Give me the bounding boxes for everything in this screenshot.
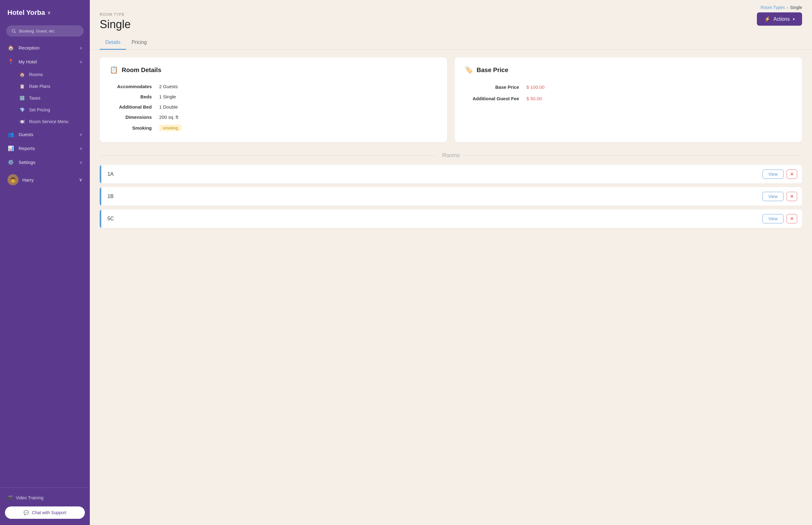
page-header: ROOM TYPE Single ⚡ Actions ▾ bbox=[90, 12, 812, 36]
sidebar-item-label: Reports bbox=[18, 146, 79, 151]
chat-support-label: Chat with Support bbox=[32, 510, 66, 515]
user-item[interactable]: 👨 Harry ∨ bbox=[0, 171, 90, 189]
main-content: Room Types › Single ROOM TYPE Single ⚡ A… bbox=[90, 0, 812, 525]
actions-button[interactable]: ⚡ Actions ▾ bbox=[757, 12, 802, 26]
search-bar[interactable]: Booking, Guest, etc. bbox=[6, 25, 84, 36]
actions-button-label: Actions bbox=[773, 16, 790, 22]
page-title-group: ROOM TYPE Single bbox=[100, 12, 131, 31]
settings-icon: ⚙️ bbox=[8, 159, 14, 165]
room-row: 1A View ✕ bbox=[100, 165, 802, 183]
content-area: 📋 Room Details Accommodates 2 Guests Bed… bbox=[90, 57, 812, 525]
room-row: 1B View ✕ bbox=[100, 187, 802, 206]
detail-label: Beds bbox=[110, 94, 159, 99]
sidebar-item-taxes[interactable]: 🔢 Taxes bbox=[0, 92, 90, 104]
room-delete-button[interactable]: ✕ bbox=[787, 192, 797, 201]
sidebar-item-rooms[interactable]: 🏠 Rooms bbox=[0, 69, 90, 80]
room-row-actions: View ✕ bbox=[763, 192, 802, 201]
user-name: Harry bbox=[22, 177, 34, 182]
svg-line-1 bbox=[15, 32, 16, 33]
rooms-section-title: Rooms bbox=[442, 152, 460, 159]
detail-value: 1 Single bbox=[159, 94, 176, 99]
reception-chevron-icon: ∨ bbox=[79, 46, 82, 50]
sidebar-item-label: Guests bbox=[18, 132, 79, 137]
smoking-badge: smoking bbox=[159, 125, 182, 131]
sidebar-item-label: Settings bbox=[18, 160, 79, 165]
hotel-chevron-icon: ∨ bbox=[47, 10, 50, 15]
video-training-button[interactable]: 🎬 Video Training bbox=[0, 492, 90, 504]
clipboard-icon: 📋 bbox=[110, 66, 118, 74]
room-row-actions: View ✕ bbox=[763, 214, 802, 223]
actions-caret-icon: ▾ bbox=[793, 17, 795, 21]
sidebar-item-rate-plans[interactable]: 📋 Rate Plans bbox=[0, 80, 90, 92]
sidebar-header: Hotel Yorba ∨ bbox=[0, 0, 90, 22]
sidebar-sub-label: Room Service Menu bbox=[29, 119, 69, 124]
section-divider: Rooms bbox=[100, 152, 802, 159]
tab-pricing[interactable]: Pricing bbox=[126, 36, 153, 50]
room-details-title: 📋 Room Details bbox=[110, 66, 437, 74]
room-row: 5C View ✕ bbox=[100, 209, 802, 228]
room-service-icon: 🍽️ bbox=[18, 119, 25, 124]
detail-row-additional-bed: Additional Bed 1 Double bbox=[110, 102, 437, 112]
sidebar-item-set-pricing[interactable]: 💎 Set Pricing bbox=[0, 104, 90, 116]
detail-row-dimensions: Dimensions 200 sq. ft bbox=[110, 112, 437, 122]
room-row-label: 1A bbox=[101, 166, 763, 182]
breadcrumb-current: Single bbox=[790, 5, 802, 10]
room-type-label: ROOM TYPE bbox=[100, 12, 131, 17]
detail-value: 200 sq. ft bbox=[159, 115, 178, 120]
detail-label: Dimensions bbox=[110, 115, 159, 120]
my-hotel-icon: 📍 bbox=[8, 59, 14, 65]
set-pricing-icon: 💎 bbox=[18, 107, 25, 112]
detail-label: Accommodates bbox=[110, 84, 159, 89]
room-row-label: 5C bbox=[101, 210, 763, 227]
sidebar-item-room-service-menu[interactable]: 🍽️ Room Service Menu bbox=[0, 116, 90, 127]
hotel-name[interactable]: Hotel Yorba ∨ bbox=[8, 9, 82, 17]
room-details-card: 📋 Room Details Accommodates 2 Guests Bed… bbox=[100, 57, 447, 142]
price-row-additional: Additional Guest Fee $ 50.00 bbox=[465, 93, 792, 104]
video-training-label: Video Training bbox=[16, 495, 43, 500]
rate-plans-icon: 📋 bbox=[18, 84, 25, 89]
sidebar-item-label: My Hotel bbox=[18, 59, 79, 64]
video-icon: 🎬 bbox=[8, 495, 13, 500]
room-view-button[interactable]: View bbox=[763, 192, 783, 201]
settings-chevron-icon: ∨ bbox=[79, 160, 82, 165]
price-label: Additional Guest Fee bbox=[465, 96, 526, 101]
guests-icon: 👥 bbox=[8, 132, 14, 137]
sidebar-sub-label: Set Pricing bbox=[29, 107, 50, 112]
room-view-button[interactable]: View bbox=[763, 214, 783, 223]
detail-label: Additional Bed bbox=[110, 104, 159, 109]
page-title: Single bbox=[100, 18, 131, 31]
chat-support-button[interactable]: 💬 Chat with Support bbox=[5, 507, 85, 519]
user-chevron-icon: ∨ bbox=[79, 177, 82, 182]
taxes-icon: 🔢 bbox=[18, 95, 25, 101]
room-delete-button[interactable]: ✕ bbox=[787, 214, 797, 223]
reception-icon: 🏠 bbox=[8, 45, 14, 51]
reports-icon: 📊 bbox=[8, 146, 14, 151]
base-price-title: 🏷️ Base Price bbox=[465, 66, 792, 74]
my-hotel-chevron-icon: ∧ bbox=[79, 60, 82, 64]
detail-value: 1 Double bbox=[159, 104, 178, 109]
reports-chevron-icon: ∨ bbox=[79, 146, 82, 151]
tabs-bar: Details Pricing bbox=[90, 36, 812, 50]
search-placeholder: Booking, Guest, etc. bbox=[19, 29, 55, 33]
detail-label: Smoking bbox=[110, 125, 159, 131]
breadcrumb-separator: › bbox=[787, 5, 788, 10]
sidebar-sub-label: Rate Plans bbox=[29, 84, 50, 89]
tab-details[interactable]: Details bbox=[100, 36, 126, 50]
sidebar-item-my-hotel[interactable]: 📍 My Hotel ∧ bbox=[0, 55, 90, 69]
sidebar: Hotel Yorba ∨ Booking, Guest, etc. 🏠 Rec… bbox=[0, 0, 90, 525]
sidebar-sub-label: Rooms bbox=[29, 72, 43, 77]
detail-row-smoking: Smoking smoking bbox=[110, 122, 437, 134]
room-view-button[interactable]: View bbox=[763, 169, 783, 179]
breadcrumb-parent[interactable]: Room Types bbox=[760, 5, 785, 10]
guests-chevron-icon: ∨ bbox=[79, 132, 82, 137]
price-value: $ 50.00 bbox=[526, 96, 542, 101]
sidebar-item-label: Reception bbox=[18, 45, 79, 50]
room-delete-button[interactable]: ✕ bbox=[787, 169, 797, 179]
sidebar-item-reception[interactable]: 🏠 Reception ∨ bbox=[0, 41, 90, 55]
cards-row: 📋 Room Details Accommodates 2 Guests Bed… bbox=[100, 57, 802, 142]
sidebar-item-guests[interactable]: 👥 Guests ∨ bbox=[0, 127, 90, 141]
sidebar-item-reports[interactable]: 📊 Reports ∨ bbox=[0, 141, 90, 155]
sidebar-item-settings[interactable]: ⚙️ Settings ∨ bbox=[0, 155, 90, 169]
detail-row-accommodates: Accommodates 2 Guests bbox=[110, 81, 437, 92]
price-label: Base Price bbox=[465, 85, 526, 90]
